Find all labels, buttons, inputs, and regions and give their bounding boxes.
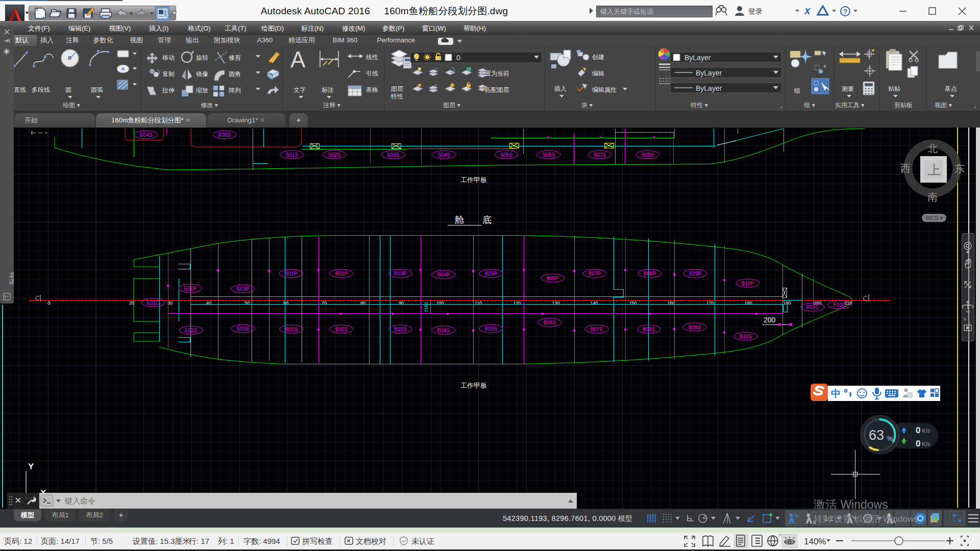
svg-text:表格: 表格 bbox=[366, 86, 378, 93]
svg-text:60: 60 bbox=[283, 300, 288, 306]
svg-text:150: 150 bbox=[629, 300, 636, 306]
svg-text:170: 170 bbox=[706, 300, 714, 306]
svg-text:西: 西 bbox=[900, 163, 911, 174]
svg-text:B08S: B08S bbox=[643, 327, 655, 332]
svg-text:200: 200 bbox=[764, 316, 776, 324]
svg-text:K/s: K/s bbox=[922, 441, 930, 447]
svg-text:粘贴: 粘贴 bbox=[888, 85, 900, 92]
svg-text:B07P: B07P bbox=[589, 271, 601, 277]
svg-text:ByLayer: ByLayer bbox=[696, 69, 722, 77]
svg-text:50: 50 bbox=[244, 300, 250, 306]
svg-text:B02P: B02P bbox=[335, 271, 348, 277]
svg-text:40: 40 bbox=[206, 300, 211, 306]
svg-text:S02S: S02S bbox=[328, 152, 341, 158]
svg-text:B03S: B03S bbox=[394, 327, 407, 332]
svg-text:-5: -5 bbox=[46, 300, 51, 306]
svg-text:中: 中 bbox=[831, 388, 841, 399]
svg-text:多段线: 多段线 bbox=[32, 86, 50, 93]
svg-text:特性: 特性 bbox=[390, 93, 403, 100]
svg-text:ByLayer: ByLayer bbox=[684, 54, 711, 62]
svg-text:110: 110 bbox=[475, 300, 482, 306]
svg-text:组: 组 bbox=[794, 87, 800, 94]
svg-text:E01C: E01C bbox=[146, 300, 159, 306]
svg-text:工作甲板: 工作甲板 bbox=[460, 382, 487, 389]
svg-text:登录: 登录 bbox=[748, 7, 763, 15]
svg-text:B10P: B10P bbox=[742, 281, 754, 286]
svg-text:ByLayer: ByLayer bbox=[696, 84, 722, 92]
svg-text:E02S: E02S bbox=[185, 328, 198, 333]
svg-text:圆: 圆 bbox=[65, 86, 71, 93]
svg-text:2160: 2160 bbox=[424, 302, 429, 312]
svg-text:插入: 插入 bbox=[554, 85, 567, 92]
svg-text:直线: 直线 bbox=[14, 86, 26, 93]
svg-text:S04S: S04S bbox=[438, 152, 451, 158]
svg-text:E05S: E05S bbox=[218, 132, 231, 138]
svg-text:0: 0 bbox=[916, 425, 920, 435]
svg-text:E03P: E03P bbox=[237, 286, 250, 292]
svg-text:编辑属性: 编辑属性 bbox=[592, 86, 617, 93]
svg-text:基点: 基点 bbox=[945, 85, 957, 92]
svg-text:标注: 标注 bbox=[322, 86, 334, 93]
svg-text:圆角: 圆角 bbox=[229, 70, 241, 78]
svg-text:S07S: S07S bbox=[594, 152, 606, 158]
svg-text:B01P: B01P bbox=[285, 271, 298, 277]
svg-text:东: 东 bbox=[954, 163, 965, 174]
svg-text:130: 130 bbox=[552, 300, 559, 306]
svg-text:圆弧: 圆弧 bbox=[91, 86, 104, 93]
svg-text:%: % bbox=[887, 435, 893, 442]
svg-text:北: 北 bbox=[927, 143, 938, 154]
svg-text:修剪: 修剪 bbox=[229, 54, 241, 61]
svg-text:100: 100 bbox=[436, 300, 444, 306]
svg-text:B10S: B10S bbox=[740, 334, 752, 339]
svg-text:160: 160 bbox=[667, 300, 675, 306]
svg-text:引线: 引线 bbox=[366, 70, 378, 77]
svg-text:B07S: B07S bbox=[591, 327, 603, 332]
svg-text:F02C: F02C bbox=[834, 302, 846, 308]
svg-text:120: 120 bbox=[513, 300, 521, 306]
svg-text:拉伸: 拉伸 bbox=[162, 87, 175, 94]
svg-text:创建: 创建 bbox=[592, 54, 604, 61]
svg-text:E03S: E03S bbox=[237, 326, 250, 332]
svg-text:A: A bbox=[290, 47, 306, 72]
svg-text:阵列: 阵列 bbox=[229, 87, 241, 94]
svg-text:B02S: B02S bbox=[335, 327, 348, 332]
svg-text:移动: 移动 bbox=[162, 54, 175, 61]
svg-text:匹配图层: 匹配图层 bbox=[485, 86, 509, 93]
svg-text:80: 80 bbox=[360, 300, 365, 306]
svg-text:K/s: K/s bbox=[922, 428, 930, 434]
svg-text:B06P: B06P bbox=[547, 276, 559, 281]
svg-text:S05S: S05S bbox=[500, 152, 513, 158]
svg-text:180: 180 bbox=[744, 300, 752, 306]
svg-text:测量: 测量 bbox=[841, 85, 854, 92]
svg-text:镜像: 镜像 bbox=[195, 70, 208, 78]
svg-text:B05P: B05P bbox=[485, 271, 498, 277]
svg-text:B09P: B09P bbox=[689, 271, 702, 277]
svg-text:复制: 复制 bbox=[162, 70, 175, 78]
svg-text:线性: 线性 bbox=[366, 54, 378, 61]
svg-text:图层: 图层 bbox=[391, 85, 403, 92]
svg-text:20: 20 bbox=[129, 300, 134, 306]
svg-text:B05S: B05S bbox=[485, 326, 498, 332]
svg-text:90: 90 bbox=[399, 300, 404, 306]
svg-text:舱 底: 舱 底 bbox=[455, 215, 492, 225]
svg-text:上: 上 bbox=[927, 162, 941, 178]
svg-text:缩放: 缩放 bbox=[196, 87, 208, 94]
svg-text:南: 南 bbox=[927, 191, 938, 203]
svg-text:特性: 特性 bbox=[9, 272, 14, 285]
svg-text:0: 0 bbox=[916, 439, 920, 448]
svg-text:70: 70 bbox=[322, 300, 327, 306]
svg-text:140: 140 bbox=[590, 300, 598, 306]
svg-text:0: 0 bbox=[456, 54, 460, 62]
svg-text:63: 63 bbox=[869, 428, 884, 443]
svg-text:S01S: S01S bbox=[286, 152, 299, 158]
svg-text:键入命令: 键入命令 bbox=[64, 496, 95, 505]
svg-text:B03P: B03P bbox=[394, 271, 407, 277]
svg-text:E04S: E04S bbox=[140, 132, 153, 138]
svg-text:B04S: B04S bbox=[437, 328, 450, 333]
svg-text:S06S: S06S bbox=[543, 152, 555, 158]
svg-text:文字: 文字 bbox=[293, 86, 306, 93]
svg-text:工作甲板: 工作甲板 bbox=[460, 176, 487, 184]
svg-text:F01C: F01C bbox=[806, 305, 819, 310]
svg-text:Y: Y bbox=[29, 463, 34, 470]
svg-text:140%: 140% bbox=[804, 537, 826, 546]
